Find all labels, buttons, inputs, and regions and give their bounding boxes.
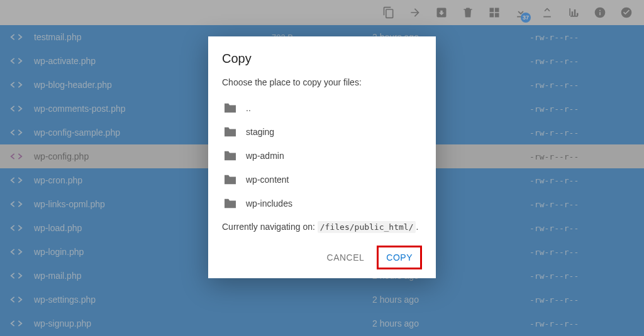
cancel-button[interactable]: Cancel: [319, 246, 372, 269]
folder-label: staging: [246, 127, 274, 137]
folder-item[interactable]: ..: [222, 96, 422, 120]
folder-icon: [223, 126, 237, 138]
folder-icon: [223, 102, 237, 114]
folder-label: wp-admin: [246, 151, 284, 161]
folder-item[interactable]: staging: [222, 120, 422, 144]
dialog-actions: Cancel Copy: [222, 246, 422, 269]
folder-label: wp-content: [246, 175, 289, 185]
dialog-prompt: Choose the place to copy your files:: [222, 77, 422, 87]
nav-note: Currently navigating on: /files/public_h…: [222, 222, 422, 232]
folder-icon: [223, 150, 237, 161]
nav-path: /files/public_html/: [318, 221, 416, 233]
copy-button[interactable]: Copy: [377, 246, 422, 269]
modal-overlay: Copy Choose the place to copy your files…: [0, 0, 644, 336]
nav-prefix: Currently navigating on:: [222, 222, 318, 232]
nav-suffix: .: [416, 222, 418, 232]
folder-label: wp-includes: [246, 198, 292, 209]
copy-dialog: Copy Choose the place to copy your files…: [208, 36, 436, 278]
folder-list: ..stagingwp-adminwp-contentwp-includes: [222, 96, 422, 215]
folder-label: ..: [246, 103, 251, 113]
folder-icon: [223, 174, 237, 185]
folder-item[interactable]: wp-includes: [222, 192, 422, 215]
folder-icon: [223, 198, 237, 209]
folder-item[interactable]: wp-admin: [222, 144, 422, 168]
folder-item[interactable]: wp-content: [222, 168, 422, 192]
dialog-title: Copy: [222, 51, 422, 66]
